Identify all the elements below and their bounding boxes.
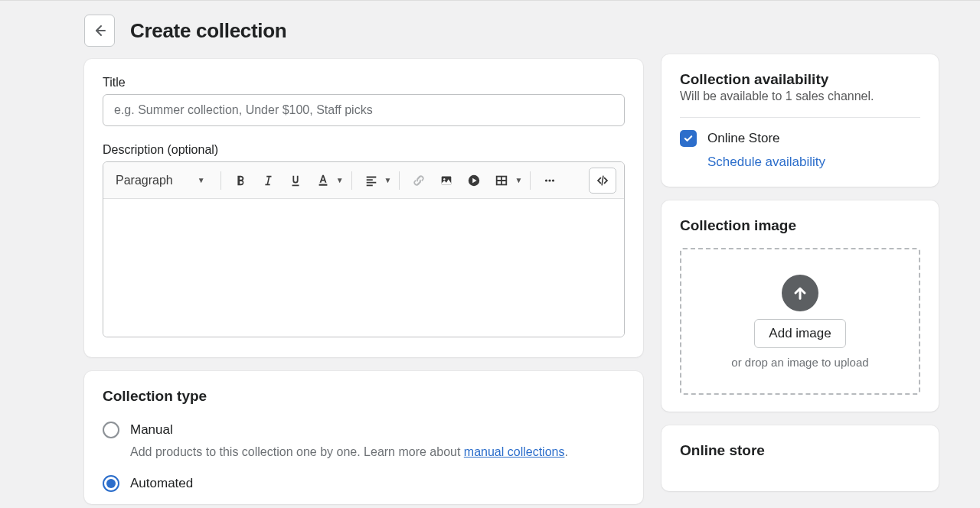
more-button[interactable]: [538, 169, 561, 192]
rich-text-editor: Paragraph ▼: [103, 161, 625, 337]
online-store-card: Online store: [662, 425, 939, 491]
italic-button[interactable]: [256, 169, 279, 192]
italic-icon: [261, 174, 275, 187]
link-icon: [412, 174, 426, 187]
text-color-icon: [316, 174, 330, 187]
title-input[interactable]: [103, 94, 625, 126]
chevron-down-icon: ▼: [514, 176, 522, 184]
drop-hint-text: or drop an image to upload: [731, 356, 868, 369]
paragraph-style-label: Paragraph: [116, 174, 173, 187]
schedule-availability-link[interactable]: Schedule availability: [707, 155, 920, 170]
collection-image-card: Collection image Add image or drop an im…: [662, 200, 939, 412]
title-label: Title: [103, 76, 625, 90]
collection-type-heading: Collection type: [103, 388, 625, 405]
availability-heading: Collection availability: [680, 71, 920, 88]
align-left-icon: [364, 174, 378, 187]
chevron-down-icon: ▼: [384, 176, 392, 184]
table-button[interactable]: ▼: [490, 169, 522, 192]
radio-automated-label: Automated: [130, 476, 193, 491]
availability-card: Collection availability Will be availabl…: [662, 54, 939, 187]
image-icon: [439, 174, 453, 187]
radio-manual[interactable]: [103, 422, 119, 438]
online-store-heading: Online store: [680, 442, 920, 459]
svg-point-5: [549, 179, 551, 181]
chevron-down-icon: ▼: [336, 176, 344, 184]
separator: [220, 171, 221, 190]
arrow-left-icon: [92, 23, 107, 38]
separator: [399, 171, 400, 190]
link-button[interactable]: [407, 169, 430, 192]
check-icon: [683, 133, 694, 144]
svg-point-4: [545, 179, 547, 181]
manual-collections-link[interactable]: manual collections: [464, 445, 565, 458]
online-store-label: Online Store: [707, 131, 780, 146]
rte-toolbar: Paragraph ▼: [103, 162, 624, 199]
upload-circle: [782, 275, 818, 311]
play-circle-icon: [467, 174, 481, 187]
divider: [680, 117, 920, 118]
image-upload-area[interactable]: Add image or drop an image to upload: [680, 248, 920, 395]
table-icon: [495, 174, 508, 187]
page-header: Create collection: [84, 15, 643, 47]
underline-button[interactable]: [284, 169, 307, 192]
chevron-down-icon: ▼: [198, 176, 205, 184]
code-view-button[interactable]: [589, 168, 616, 194]
description-label: Description (optional): [103, 143, 625, 157]
arrow-up-icon: [791, 284, 809, 302]
online-store-checkbox[interactable]: [680, 130, 697, 147]
align-button[interactable]: ▼: [360, 169, 392, 192]
description-editor-body[interactable]: [103, 199, 624, 337]
availability-subtext: Will be available to 1 sales channel.: [680, 90, 920, 103]
bold-icon: [234, 174, 247, 187]
dots-icon: [542, 174, 557, 187]
paragraph-style-select[interactable]: Paragraph ▼: [111, 167, 213, 194]
svg-point-1: [444, 178, 446, 180]
image-button[interactable]: [435, 169, 458, 192]
code-icon: [596, 174, 609, 187]
video-button[interactable]: [462, 169, 485, 192]
title-description-card: Title Description (optional) Paragraph ▼: [84, 59, 643, 357]
separator: [530, 171, 531, 190]
back-button[interactable]: [84, 15, 115, 47]
collection-type-card: Collection type Manual Add products to t…: [84, 371, 643, 504]
add-image-button[interactable]: Add image: [754, 319, 845, 348]
radio-manual-description: Add products to this collection one by o…: [130, 443, 625, 461]
bold-button[interactable]: [229, 169, 252, 192]
svg-point-6: [552, 179, 554, 181]
radio-manual-label: Manual: [130, 422, 173, 438]
separator: [351, 171, 352, 190]
page-title: Create collection: [130, 19, 286, 43]
text-color-button[interactable]: ▼: [312, 169, 344, 192]
collection-image-heading: Collection image: [680, 217, 920, 234]
underline-icon: [289, 174, 302, 187]
radio-automated[interactable]: [103, 475, 119, 492]
